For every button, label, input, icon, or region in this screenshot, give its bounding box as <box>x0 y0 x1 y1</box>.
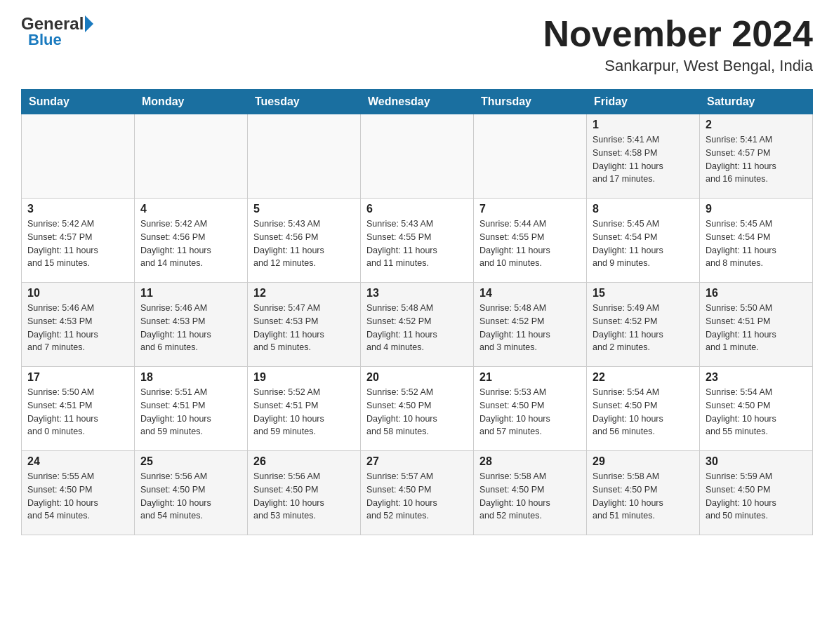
day-info: Sunrise: 5:56 AM Sunset: 4:50 PM Dayligh… <box>253 470 355 523</box>
day-info: Sunrise: 5:52 AM Sunset: 4:50 PM Dayligh… <box>366 386 468 438</box>
day-info: Sunrise: 5:54 AM Sunset: 4:50 PM Dayligh… <box>593 386 694 438</box>
day-info: Sunrise: 5:46 AM Sunset: 4:53 PM Dayligh… <box>27 302 128 354</box>
calendar-cell: 5Sunrise: 5:43 AM Sunset: 4:56 PM Daylig… <box>248 199 361 283</box>
calendar-week-row: 10Sunrise: 5:46 AM Sunset: 4:53 PM Dayli… <box>22 283 813 367</box>
day-number: 11 <box>140 287 241 300</box>
logo-blue: Blue <box>28 31 62 49</box>
calendar-cell: 7Sunrise: 5:44 AM Sunset: 4:55 PM Daylig… <box>474 199 587 283</box>
day-info: Sunrise: 5:44 AM Sunset: 4:55 PM Dayligh… <box>479 217 581 270</box>
page-header: General Blue November 2024 Sankarpur, We… <box>21 14 813 75</box>
calendar-cell: 28Sunrise: 5:58 AM Sunset: 4:50 PM Dayli… <box>474 451 587 535</box>
day-info: Sunrise: 5:46 AM Sunset: 4:53 PM Dayligh… <box>140 302 241 354</box>
calendar-cell: 16Sunrise: 5:50 AM Sunset: 4:51 PM Dayli… <box>700 283 813 367</box>
day-info: Sunrise: 5:56 AM Sunset: 4:50 PM Dayligh… <box>140 470 241 523</box>
day-info: Sunrise: 5:48 AM Sunset: 4:52 PM Dayligh… <box>366 302 468 354</box>
calendar-cell: 10Sunrise: 5:46 AM Sunset: 4:53 PM Dayli… <box>22 283 135 367</box>
day-number: 18 <box>140 371 241 384</box>
calendar-cell: 12Sunrise: 5:47 AM Sunset: 4:53 PM Dayli… <box>248 283 361 367</box>
day-info: Sunrise: 5:43 AM Sunset: 4:55 PM Dayligh… <box>366 217 468 270</box>
day-number: 28 <box>479 455 581 468</box>
day-number: 19 <box>253 371 355 384</box>
day-info: Sunrise: 5:41 AM Sunset: 4:58 PM Dayligh… <box>593 133 694 186</box>
day-number: 10 <box>27 287 128 300</box>
calendar-cell: 14Sunrise: 5:48 AM Sunset: 4:52 PM Dayli… <box>474 283 587 367</box>
calendar-cell: 9Sunrise: 5:45 AM Sunset: 4:54 PM Daylig… <box>700 199 813 283</box>
calendar-week-row: 3Sunrise: 5:42 AM Sunset: 4:57 PM Daylig… <box>22 199 813 283</box>
day-number: 21 <box>479 371 581 384</box>
logo-triangle-icon <box>85 15 93 32</box>
day-number: 15 <box>593 287 694 300</box>
day-of-week-header: Saturday <box>700 90 813 114</box>
calendar-cell <box>474 114 587 199</box>
day-number: 4 <box>140 203 241 215</box>
calendar-cell: 8Sunrise: 5:45 AM Sunset: 4:54 PM Daylig… <box>587 199 700 283</box>
day-of-week-header: Monday <box>135 90 248 114</box>
calendar-cell: 21Sunrise: 5:53 AM Sunset: 4:50 PM Dayli… <box>474 367 587 451</box>
day-info: Sunrise: 5:50 AM Sunset: 4:51 PM Dayligh… <box>27 386 128 438</box>
calendar-cell: 22Sunrise: 5:54 AM Sunset: 4:50 PM Dayli… <box>587 367 700 451</box>
calendar-cell: 19Sunrise: 5:52 AM Sunset: 4:51 PM Dayli… <box>248 367 361 451</box>
day-info: Sunrise: 5:49 AM Sunset: 4:52 PM Dayligh… <box>593 302 694 354</box>
calendar-cell: 25Sunrise: 5:56 AM Sunset: 4:50 PM Dayli… <box>135 451 248 535</box>
logo: General Blue <box>21 14 95 49</box>
calendar-cell <box>248 114 361 199</box>
calendar-cell: 24Sunrise: 5:55 AM Sunset: 4:50 PM Dayli… <box>22 451 135 535</box>
day-number: 9 <box>706 203 807 215</box>
calendar-cell: 6Sunrise: 5:43 AM Sunset: 4:55 PM Daylig… <box>361 199 474 283</box>
day-number: 1 <box>593 119 694 131</box>
calendar-table: SundayMondayTuesdayWednesdayThursdayFrid… <box>21 89 813 535</box>
day-number: 17 <box>27 371 128 384</box>
calendar-week-row: 24Sunrise: 5:55 AM Sunset: 4:50 PM Dayli… <box>22 451 813 535</box>
day-info: Sunrise: 5:59 AM Sunset: 4:50 PM Dayligh… <box>706 470 807 523</box>
day-of-week-header: Thursday <box>474 90 587 114</box>
day-info: Sunrise: 5:41 AM Sunset: 4:57 PM Dayligh… <box>706 133 807 186</box>
calendar-cell: 30Sunrise: 5:59 AM Sunset: 4:50 PM Dayli… <box>700 451 813 535</box>
day-info: Sunrise: 5:55 AM Sunset: 4:50 PM Dayligh… <box>27 470 128 523</box>
title-section: November 2024 Sankarpur, West Bengal, In… <box>543 14 813 75</box>
calendar-cell: 11Sunrise: 5:46 AM Sunset: 4:53 PM Dayli… <box>135 283 248 367</box>
calendar-cell: 27Sunrise: 5:57 AM Sunset: 4:50 PM Dayli… <box>361 451 474 535</box>
day-of-week-header: Wednesday <box>361 90 474 114</box>
location-title: Sankarpur, West Bengal, India <box>543 57 813 75</box>
day-number: 5 <box>253 203 355 215</box>
day-of-week-header: Friday <box>587 90 700 114</box>
calendar-cell: 13Sunrise: 5:48 AM Sunset: 4:52 PM Dayli… <box>361 283 474 367</box>
day-info: Sunrise: 5:54 AM Sunset: 4:50 PM Dayligh… <box>706 386 807 438</box>
calendar-cell: 1Sunrise: 5:41 AM Sunset: 4:58 PM Daylig… <box>587 114 700 199</box>
calendar-week-row: 17Sunrise: 5:50 AM Sunset: 4:51 PM Dayli… <box>22 367 813 451</box>
day-of-week-header: Sunday <box>22 90 135 114</box>
calendar-cell: 2Sunrise: 5:41 AM Sunset: 4:57 PM Daylig… <box>700 114 813 199</box>
calendar-cell: 26Sunrise: 5:56 AM Sunset: 4:50 PM Dayli… <box>248 451 361 535</box>
day-number: 27 <box>366 455 468 468</box>
calendar-cell: 20Sunrise: 5:52 AM Sunset: 4:50 PM Dayli… <box>361 367 474 451</box>
calendar-cell: 23Sunrise: 5:54 AM Sunset: 4:50 PM Dayli… <box>700 367 813 451</box>
day-info: Sunrise: 5:51 AM Sunset: 4:51 PM Dayligh… <box>140 386 241 438</box>
day-info: Sunrise: 5:43 AM Sunset: 4:56 PM Dayligh… <box>253 217 355 270</box>
day-info: Sunrise: 5:48 AM Sunset: 4:52 PM Dayligh… <box>479 302 581 354</box>
calendar-week-row: 1Sunrise: 5:41 AM Sunset: 4:58 PM Daylig… <box>22 114 813 199</box>
day-info: Sunrise: 5:50 AM Sunset: 4:51 PM Dayligh… <box>706 302 807 354</box>
month-title: November 2024 <box>543 14 813 54</box>
calendar-cell: 18Sunrise: 5:51 AM Sunset: 4:51 PM Dayli… <box>135 367 248 451</box>
day-info: Sunrise: 5:47 AM Sunset: 4:53 PM Dayligh… <box>253 302 355 354</box>
day-number: 25 <box>140 455 241 468</box>
day-info: Sunrise: 5:58 AM Sunset: 4:50 PM Dayligh… <box>479 470 581 523</box>
day-number: 6 <box>366 203 468 215</box>
calendar-cell <box>22 114 135 199</box>
day-number: 24 <box>27 455 128 468</box>
day-info: Sunrise: 5:42 AM Sunset: 4:56 PM Dayligh… <box>140 217 241 270</box>
day-number: 26 <box>253 455 355 468</box>
day-info: Sunrise: 5:45 AM Sunset: 4:54 PM Dayligh… <box>706 217 807 270</box>
calendar-cell: 29Sunrise: 5:58 AM Sunset: 4:50 PM Dayli… <box>587 451 700 535</box>
day-info: Sunrise: 5:53 AM Sunset: 4:50 PM Dayligh… <box>479 386 581 438</box>
day-number: 14 <box>479 287 581 300</box>
calendar-cell <box>135 114 248 199</box>
day-number: 2 <box>706 119 807 131</box>
day-number: 20 <box>366 371 468 384</box>
day-info: Sunrise: 5:45 AM Sunset: 4:54 PM Dayligh… <box>593 217 694 270</box>
day-info: Sunrise: 5:42 AM Sunset: 4:57 PM Dayligh… <box>27 217 128 270</box>
calendar-cell: 17Sunrise: 5:50 AM Sunset: 4:51 PM Dayli… <box>22 367 135 451</box>
calendar-cell: 4Sunrise: 5:42 AM Sunset: 4:56 PM Daylig… <box>135 199 248 283</box>
day-number: 22 <box>593 371 694 384</box>
day-number: 29 <box>593 455 694 468</box>
